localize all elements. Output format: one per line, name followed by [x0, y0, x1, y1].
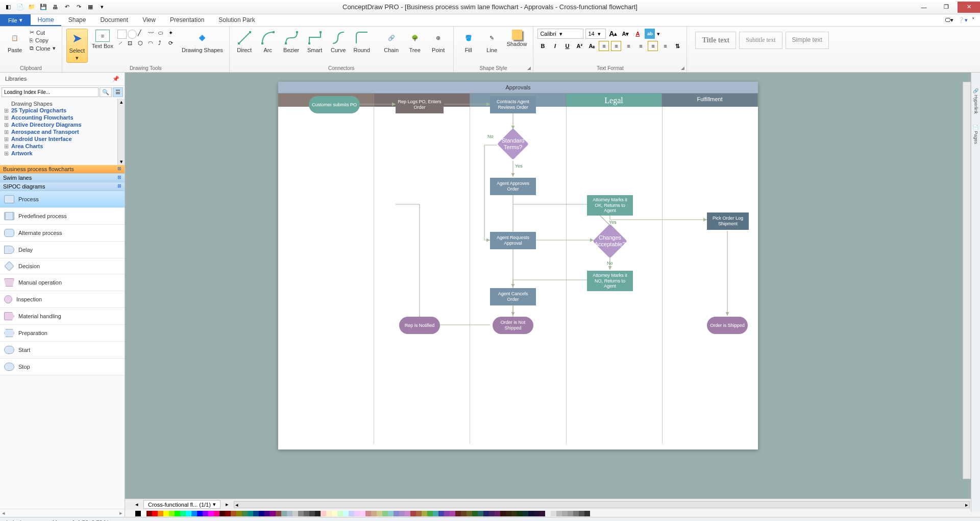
qat-undo-icon[interactable]: ↶ — [62, 2, 72, 12]
color-swatch[interactable] — [371, 511, 377, 516]
color-swatch[interactable] — [253, 511, 259, 516]
canvas-hscroll[interactable]: ◂▸ — [234, 501, 970, 508]
connector-bezier[interactable]: Bezier — [281, 29, 302, 54]
shape-tools-grid[interactable]: ╱〰⬭✦ ⟋⊡⬡◠⤴⟳ — [117, 30, 178, 49]
color-swatch[interactable] — [236, 511, 242, 516]
node-request[interactable]: Agent Requests Approval — [490, 232, 536, 249]
align-right-button[interactable]: ≡ — [623, 41, 633, 51]
connector-curve[interactable]: Curve — [328, 29, 349, 54]
preset-subtitle[interactable]: Subtitle text — [739, 32, 782, 49]
textformat-dialog-launcher[interactable]: ◢ — [679, 65, 685, 71]
tab-nav-next[interactable]: ▸ — [226, 501, 229, 508]
align-left-button[interactable]: ≡ — [599, 41, 609, 51]
color-swatch[interactable] — [444, 511, 450, 516]
color-swatch[interactable] — [360, 511, 365, 516]
color-swatch[interactable] — [405, 511, 410, 516]
color-swatch[interactable] — [523, 511, 528, 516]
color-swatch[interactable] — [517, 511, 523, 516]
color-swatch[interactable] — [478, 511, 483, 516]
color-swatch[interactable] — [472, 511, 478, 516]
page[interactable]: Approvals Customer Sales Contracts Legal… — [278, 82, 758, 449]
color-swatch[interactable] — [175, 511, 180, 516]
connector-tree[interactable]: 🌳Tree — [404, 29, 426, 54]
color-swatch[interactable] — [495, 511, 500, 516]
align-bottom-button[interactable]: ≡ — [660, 41, 670, 51]
shape-process[interactable]: Process — [0, 191, 125, 208]
file-tab[interactable]: File▾ — [0, 14, 31, 26]
color-swatch[interactable] — [545, 511, 551, 516]
color-swatch[interactable] — [579, 511, 584, 516]
qat-gallery-icon[interactable]: ▦ — [85, 2, 95, 12]
color-swatch[interactable] — [416, 511, 422, 516]
clone-button[interactable]: ⧉Clone▾ — [28, 44, 58, 52]
node-cancel[interactable]: Agent Cancels Order — [490, 288, 536, 305]
font-color-button[interactable]: A — [632, 29, 643, 39]
color-swatch[interactable] — [225, 511, 231, 516]
shape-list[interactable]: Process Predefined process Alternate pro… — [0, 191, 125, 509]
shape-decision[interactable]: Decision — [0, 258, 125, 274]
drawing-shapes-button[interactable]: 🔷Drawing Shapes — [180, 29, 225, 54]
font-name-select[interactable]: Calibri▾ — [537, 29, 583, 39]
subscript-button[interactable]: A₂ — [586, 41, 597, 51]
close-icon[interactable]: ⊠ — [117, 183, 121, 190]
color-swatch[interactable] — [219, 511, 225, 516]
node-attyno[interactable]: Attorney Marks it NO, Returns to Agent — [587, 271, 633, 291]
color-swatch[interactable] — [270, 511, 276, 516]
node-pick[interactable]: Pick Order Log Shipment — [707, 212, 749, 230]
chevron-down-icon[interactable]: ▾ — [657, 31, 660, 37]
node-repnot[interactable]: Rep is Notified — [399, 317, 440, 334]
node-attyok[interactable]: Attorney Marks it OK, Returns to Agent — [587, 195, 633, 216]
color-swatch[interactable] — [511, 511, 517, 516]
node-notship[interactable]: Order is Not Shipped — [493, 317, 533, 334]
color-swatch[interactable] — [461, 511, 467, 516]
qat-save-icon[interactable]: 💾 — [38, 2, 48, 12]
color-swatch[interactable] — [562, 511, 568, 516]
shape-manual[interactable]: Manual operation — [0, 274, 125, 291]
qat-print-icon[interactable]: 🖶 — [50, 2, 60, 12]
shape-alternate[interactable]: Alternate process — [0, 225, 125, 242]
cut-button[interactable]: ✂Cut — [28, 29, 58, 36]
tree-scrollbar[interactable]: ▴▾ — [117, 99, 125, 165]
minimize-button[interactable]: — — [913, 2, 935, 13]
tree-root[interactable]: Drawing Shapes — [2, 101, 122, 107]
tree-item[interactable]: Active Directory Diagrams — [2, 121, 122, 128]
connector-smart[interactable]: Smart — [304, 29, 326, 54]
italic-button[interactable]: I — [550, 41, 560, 51]
connector-direct[interactable]: Direct — [234, 29, 255, 54]
color-swatch[interactable] — [377, 511, 382, 516]
color-swatch[interactable] — [455, 511, 461, 516]
text-direction-button[interactable]: ⇅ — [672, 41, 682, 51]
shrink-font-button[interactable]: A▾ — [620, 29, 630, 39]
color-swatch[interactable] — [382, 511, 388, 516]
color-swatch[interactable] — [343, 511, 349, 516]
color-swatch[interactable] — [483, 511, 489, 516]
node-review[interactable]: Contracts Agent Reviews Order — [490, 96, 536, 113]
color-swatch[interactable] — [326, 511, 332, 516]
tree-item[interactable]: Android User Interface — [2, 135, 122, 143]
tree-item[interactable]: Aerospace and Transport — [2, 128, 122, 135]
collapse-ribbon-icon[interactable]: ˅ — [972, 17, 975, 23]
color-swatch[interactable] — [163, 511, 169, 516]
presentation-icon[interactable]: 🖵▾ — [945, 17, 953, 23]
color-swatch[interactable] — [197, 511, 203, 516]
highlight-button[interactable]: ab — [645, 29, 655, 39]
color-swatch[interactable] — [186, 511, 191, 516]
shadow-button[interactable]: Shadow — [505, 29, 529, 48]
superscript-button[interactable]: A² — [574, 41, 584, 51]
align-middle-button[interactable]: ≡ — [648, 41, 658, 51]
page-tab[interactable]: Cross-functional fl... (1/1)▾ — [143, 500, 220, 509]
tree-item[interactable]: Accounting Flowcharts — [2, 114, 122, 121]
color-swatch[interactable] — [450, 511, 455, 516]
align-center-button[interactable]: ≡ — [611, 41, 621, 51]
node-replog[interactable]: Rep Logs PO, Enters Order — [396, 96, 444, 113]
color-swatch[interactable] — [551, 511, 556, 516]
canvas[interactable]: Approvals Customer Sales Contracts Legal… — [125, 73, 980, 499]
color-swatch[interactable] — [231, 511, 236, 516]
color-swatch[interactable] — [427, 511, 433, 516]
hyperlink-panel-tab[interactable]: 🔗 Hyperlink — [973, 88, 978, 114]
tree-item[interactable]: Area Charts — [2, 143, 122, 150]
maximize-button[interactable]: ❐ — [935, 2, 958, 13]
qat-more-icon[interactable]: ▾ — [97, 2, 107, 12]
select-button[interactable]: ➤Select▾ — [66, 29, 88, 63]
color-swatch[interactable] — [422, 511, 427, 516]
